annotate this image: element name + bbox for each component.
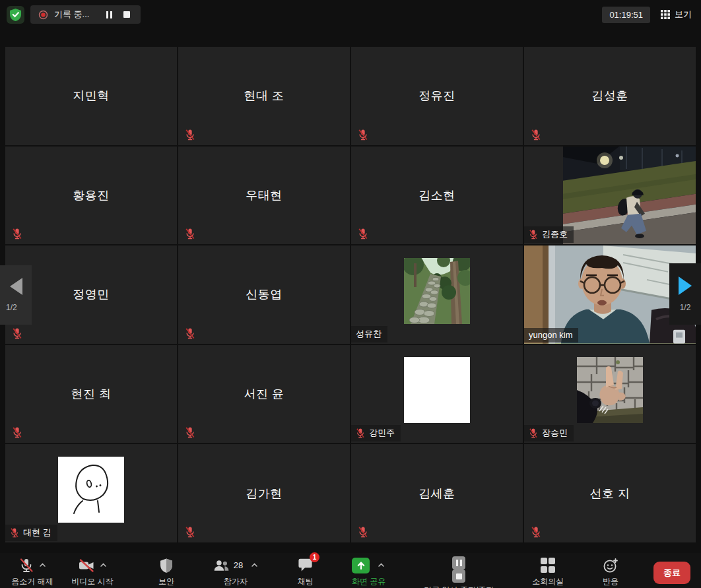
- participant-tile[interactable]: 김성훈: [524, 47, 696, 145]
- prev-page-button[interactable]: 1/2: [0, 265, 32, 325]
- participant-tile[interactable]: 대현 김: [5, 444, 177, 542]
- name-tag: 장승민: [524, 425, 574, 441]
- participant-name: 선호 지: [524, 444, 696, 542]
- participants-button[interactable]: 28 참가자: [209, 556, 263, 587]
- security-shield-icon: [159, 558, 174, 573]
- muted-mic-icon: [12, 426, 22, 438]
- participant-tile[interactable]: 황용진: [5, 147, 177, 245]
- chat-button[interactable]: 1 채팅: [293, 556, 317, 587]
- participant-tile[interactable]: 김소현: [351, 147, 523, 245]
- next-page-button[interactable]: 1/2: [669, 263, 701, 325]
- reactions-button[interactable]: 반응: [598, 556, 623, 587]
- pause-recording-button[interactable]: [103, 8, 115, 21]
- view-button[interactable]: 보기: [661, 9, 692, 20]
- muted-mic-icon: [10, 527, 19, 538]
- prev-arrow-icon: [10, 278, 22, 295]
- participant-name: 대현 김: [23, 527, 51, 539]
- night-street-photo: [563, 147, 696, 245]
- muted-mic-icon: [12, 228, 22, 240]
- participant-tile[interactable]: 정유진: [351, 47, 523, 145]
- share-screen-label: 화면 공유: [352, 576, 385, 587]
- participant-tile[interactable]: 지민혁: [5, 47, 177, 145]
- shield-check-icon: [9, 8, 22, 22]
- muted-mic-icon: [185, 327, 195, 339]
- participant-tile[interactable]: 신동엽: [178, 245, 350, 344]
- participant-name: 황용진: [5, 147, 177, 245]
- muted-microphone-icon: [18, 557, 35, 574]
- muted-mic-icon: [12, 327, 22, 339]
- video-feed: [563, 147, 696, 245]
- participant-tile[interactable]: 현진 최: [5, 345, 177, 443]
- muted-mic-icon: [185, 129, 195, 141]
- recording-label: 기록 중...: [54, 9, 89, 20]
- participants-icon: [213, 557, 230, 574]
- page-indicator-right: 1/2: [680, 303, 691, 312]
- muted-mic-icon: [185, 426, 195, 438]
- participants-label: 참가자: [224, 576, 248, 587]
- security-badge-button[interactable]: [7, 6, 24, 24]
- pause-recording-icon[interactable]: [452, 556, 465, 570]
- meeting-timer: 01:19:51: [602, 7, 650, 23]
- participant-name: 현진 최: [5, 345, 177, 443]
- name-tag: yungon kim: [524, 328, 578, 343]
- unmute-button[interactable]: 음소거 해제: [4, 556, 61, 587]
- stop-icon: [123, 11, 130, 18]
- chevron-up-icon[interactable]: [99, 561, 108, 570]
- participant-tile[interactable]: 김종호: [524, 147, 696, 245]
- participant-grid: 지민혁현대 조정유진김성훈황용진우태현김소현김종호정영민신동엽성유찬yungon…: [5, 47, 696, 542]
- breakout-rooms-button[interactable]: 소회의실: [528, 556, 568, 587]
- participant-tile[interactable]: 현대 조: [178, 47, 350, 145]
- participant-tile[interactable]: 서진 윤: [178, 345, 350, 443]
- participant-tile[interactable]: 김세훈: [351, 444, 523, 542]
- top-bar-right: 01:19:51 보기: [602, 7, 694, 23]
- start-video-label: 비디오 시작: [71, 576, 113, 587]
- participant-name: 김성훈: [524, 47, 696, 145]
- pause-icon: [106, 11, 112, 18]
- forest-path-avatar: [404, 258, 470, 324]
- avatar-image: [58, 457, 124, 523]
- chevron-up-icon[interactable]: [377, 561, 385, 570]
- security-label: 보안: [158, 576, 174, 587]
- participant-name: 김종호: [542, 228, 568, 240]
- toolbar-center: 보안 28 참가자: [124, 556, 653, 588]
- participant-tile[interactable]: 장승민: [524, 345, 696, 443]
- participant-tile[interactable]: 선호 지: [524, 444, 696, 542]
- doodle-face-avatar: [58, 457, 124, 523]
- grid-view-icon: [661, 10, 670, 19]
- record-dot-icon: [38, 10, 48, 20]
- reactions-label: 반응: [603, 576, 618, 587]
- muted-mic-icon: [185, 526, 195, 538]
- security-button[interactable]: 보안: [154, 556, 178, 587]
- recording-control-button[interactable]: 기록 일시 중지/중지: [420, 556, 498, 588]
- participant-name: 김가현: [178, 444, 350, 542]
- avatar-image: [577, 357, 643, 423]
- share-screen-button[interactable]: 화면 공유: [348, 556, 389, 587]
- participant-name: 현대 조: [178, 47, 350, 145]
- participant-name: 강민주: [369, 427, 395, 439]
- end-meeting-button[interactable]: 종료: [653, 562, 690, 584]
- recording-indicator: 기록 중...: [30, 5, 141, 24]
- muted-mic-icon: [358, 526, 368, 538]
- participant-name: 성유찬: [356, 328, 382, 340]
- participant-name: 우태현: [178, 147, 350, 245]
- start-video-button[interactable]: 비디오 시작: [61, 556, 124, 587]
- stop-recording-icon[interactable]: [452, 570, 465, 583]
- muted-mic-icon: [356, 428, 365, 438]
- participant-name: 장승민: [542, 427, 568, 439]
- muted-mic-icon: [531, 526, 541, 538]
- muted-mic-icon: [358, 228, 368, 240]
- participant-tile[interactable]: 강민주: [351, 345, 523, 443]
- participant-name: 지민혁: [5, 47, 177, 145]
- participant-tile[interactable]: 김가현: [178, 444, 350, 542]
- participant-tile[interactable]: 성유찬: [351, 245, 523, 344]
- blank-white-avatar: [404, 357, 470, 423]
- next-arrow-icon: [679, 277, 692, 295]
- muted-mic-icon: [531, 129, 541, 141]
- chevron-up-icon[interactable]: [250, 561, 259, 570]
- name-tag: 성유찬: [351, 326, 387, 343]
- participant-name: 김세훈: [351, 444, 523, 542]
- chevron-up-icon[interactable]: [38, 561, 47, 570]
- stop-recording-button[interactable]: [121, 8, 133, 21]
- participant-name: 정유진: [351, 47, 523, 145]
- participant-tile[interactable]: 우태현: [178, 147, 350, 245]
